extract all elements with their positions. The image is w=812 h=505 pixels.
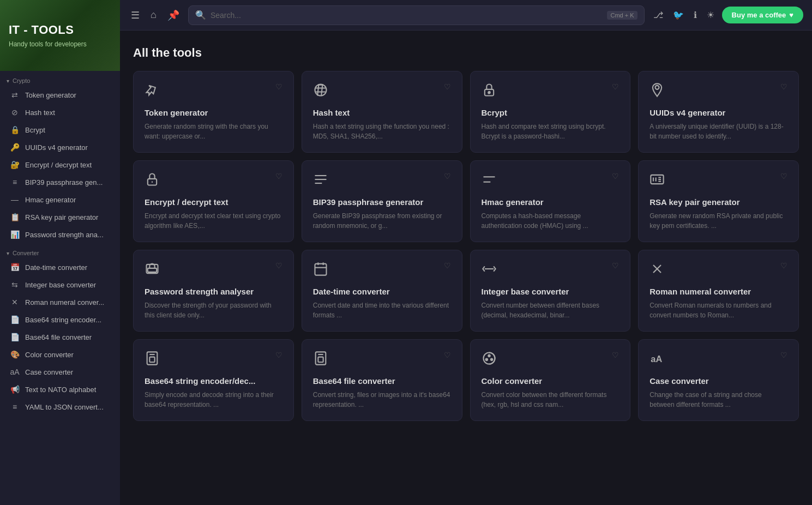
tool-card-header: ♡ [482,351,619,370]
sidebar-item-label: Text to NATO alphabet [25,386,96,394]
theme-icon[interactable]: ☀ [705,8,717,22]
sidebar-item-label: UUIDs v4 generator [25,143,88,152]
hash-text-icon [313,82,328,101]
sidebar-item-encrypt-decrypt[interactable]: 🔐 Encrypt / decrypt text [3,157,117,173]
tool-card-header: ♡ [313,261,451,280]
tool-card-bcrypt[interactable]: ♡ Bcrypt Hash and compare text string us… [470,71,631,153]
token-generator-icon [145,82,160,101]
github-icon[interactable]: ⎇ [651,8,665,22]
roman-icon: ✕ [10,298,20,306]
svg-rect-32 [149,357,154,362]
sidebar-item-case[interactable]: aA Case converter [3,364,117,380]
tool-card-uuids-v4[interactable]: ♡ UUIDs v4 generator A universally uniqu… [638,71,799,153]
svg-point-38 [488,355,490,357]
sidebar-item-label: Date-time converter [25,263,87,272]
tool-card-bip39[interactable]: ♡ BIP39 passphrase generator Generate BI… [302,160,462,242]
sidebar-item-label: Roman numeral conver... [25,298,104,306]
sidebar-item-base64-string[interactable]: 📄 Base64 string encoder... [3,311,117,328]
twitter-icon[interactable]: 🐦 [671,8,686,22]
favorite-icon[interactable]: ♡ [612,172,619,181]
heart-icon: ♥ [789,11,793,19]
svg-point-40 [485,359,488,361]
datetime-icon [313,261,328,280]
sidebar-item-label: RSA key pair generator [25,213,98,221]
tool-card-case-converter[interactable]: aA ♡ Case converter Change the case of a… [638,339,799,421]
tool-card-encrypt-decrypt[interactable]: ♡ Encrypt / decrypt text Encrypt and dec… [133,160,294,242]
favorite-icon[interactable]: ♡ [612,261,619,270]
favorite-icon[interactable]: ♡ [444,172,451,181]
tool-card-base64-string[interactable]: ♡ Base64 string encoder/dec... Simply en… [133,339,294,421]
sidebar-item-label: Password strength ana... [25,231,104,239]
base64-file-icon: 📄 [10,333,20,341]
tool-card-password-strength[interactable]: ♡ Password strength analyser Discover th… [133,250,294,332]
sidebar-item-label: Case converter [25,368,73,376]
sidebar-item-roman[interactable]: ✕ Roman numeral conver... [3,294,117,310]
svg-rect-35 [318,357,323,362]
password-icon: 📊 [10,230,20,239]
sidebar-item-token-generator[interactable]: ⇄ Token generator [3,87,117,103]
tool-desc: Generate new random RSA private and publ… [649,211,787,231]
tool-card-header: ♡ [649,172,787,191]
favorite-icon[interactable]: ♡ [780,172,787,181]
search-bar[interactable]: 🔍 Cmd + K [188,5,645,25]
tool-card-base64-file[interactable]: ♡ Base64 file converter Convert string, … [302,339,462,421]
tool-card-hash-text[interactable]: ♡ Hash text Hash a text string using the… [302,71,462,153]
favorite-icon[interactable]: ♡ [780,82,787,91]
svg-text:aA: aA [651,354,663,364]
tool-name: Color converter [482,376,619,386]
bcrypt-icon [482,82,497,101]
encrypt-icon: 🔐 [10,160,20,169]
sidebar-item-uuids[interactable]: 🔑 UUIDs v4 generator [3,139,117,155]
tool-card-rsa-key[interactable]: ♡ RSA key pair generator Generate new ra… [638,160,799,242]
home-icon[interactable]: ⌂ [148,7,159,23]
tool-name: UUIDs v4 generator [649,108,787,117]
topbar: ☰ ⌂ 📌 🔍 Cmd + K ⎇ 🐦 ℹ ☀ Buy me a coffee … [120,0,812,31]
sidebar-item-integer-base[interactable]: ⇆ Integer base converter [3,276,117,293]
menu-icon[interactable]: ☰ [129,7,142,23]
tool-desc: Generate BIP39 passphrase from existing … [313,211,451,231]
tool-card-roman-numeral[interactable]: ♡ Roman numeral converter Convert Roman … [638,250,799,332]
tool-desc: Convert Roman numerals to numbers and co… [649,300,787,320]
favorite-icon[interactable]: ♡ [780,351,787,359]
pin-icon[interactable]: 📌 [165,7,182,23]
sidebar-title: IT - TOOLS [9,23,111,37]
favorite-icon[interactable]: ♡ [275,172,282,181]
info-icon[interactable]: ℹ [691,8,699,22]
tool-card-header: ♡ [482,172,619,191]
tool-card-datetime[interactable]: ♡ Date-time converter Convert date and t… [302,250,462,332]
sidebar-item-yaml-json[interactable]: ≡ YAML to JSON convert... [3,399,117,415]
favorite-icon[interactable]: ♡ [780,261,787,270]
sidebar-item-nato[interactable]: 📢 Text to NATO alphabet [3,381,117,398]
tool-card-token-generator[interactable]: ♡ Token generator Generate random string… [133,71,294,153]
tool-name: Roman numeral converter [649,287,787,296]
sidebar-item-color[interactable]: 🎨 Color converter [3,346,117,363]
favorite-icon[interactable]: ♡ [444,351,451,359]
sidebar-item-bip39[interactable]: ≡ BIP39 passphrase gen... [3,174,117,190]
tool-card-integer-base[interactable]: ♡ Integer base converter Convert number … [470,250,631,332]
favorite-icon[interactable]: ♡ [275,261,282,270]
sidebar-item-bcrypt[interactable]: 🔒 Bcrypt [3,122,117,138]
sidebar-item-base64-file[interactable]: 📄 Base64 file converter [3,329,117,345]
lock-icon: 🔒 [10,125,20,134]
sidebar-item-hash-text[interactable]: ⊘ Hash text [3,104,117,121]
tool-card-header: ♡ [313,351,451,370]
sidebar-item-password-strength[interactable]: 📊 Password strength ana... [3,226,117,243]
tool-card-hmac[interactable]: ♡ Hmac generator Computes a hash-based m… [470,160,631,242]
sidebar-item-rsa[interactable]: 📋 RSA key pair generator [3,209,117,225]
favorite-icon[interactable]: ♡ [275,82,282,91]
favorite-icon[interactable]: ♡ [444,261,451,270]
favorite-icon[interactable]: ♡ [612,351,619,359]
favorite-icon[interactable]: ♡ [612,82,619,91]
favorite-icon[interactable]: ♡ [444,82,451,91]
search-input[interactable] [210,11,603,20]
tool-card-color-converter[interactable]: ♡ Color converter Convert color between … [470,339,631,421]
svg-rect-34 [315,352,326,364]
search-icon: 🔍 [195,10,206,20]
sidebar-item-hmac[interactable]: — Hmac generator [3,191,117,208]
buy-coffee-button[interactable]: Buy me a coffee ♥ [722,7,803,23]
base64-string-icon [145,351,160,370]
sidebar-item-datetime[interactable]: 📅 Date-time converter [3,259,117,275]
favorite-icon[interactable]: ♡ [275,351,282,359]
tool-card-header: ♡ [145,351,282,370]
page-title: All the tools [133,46,799,60]
